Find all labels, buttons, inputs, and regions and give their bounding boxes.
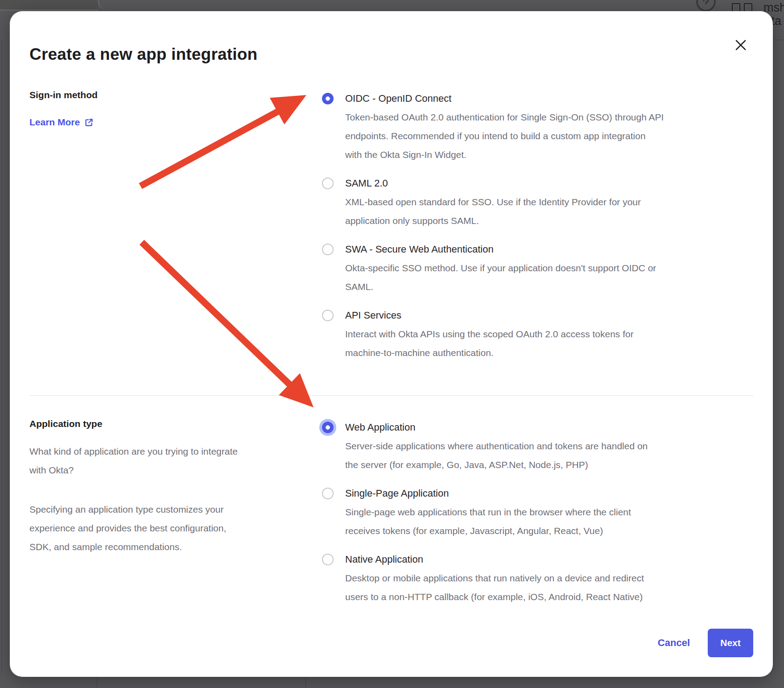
option-saml[interactable]: SAML 2.0 XML-based open standard for SSO… bbox=[322, 174, 753, 230]
option-api-services[interactable]: API Services Interact with Okta APIs usi… bbox=[322, 306, 753, 362]
learn-more-label: Learn More bbox=[29, 117, 80, 128]
option-single-page-application-desc: Single-page web applications that run in… bbox=[345, 503, 631, 522]
option-native-application-desc: Desktop or mobile applications that run … bbox=[345, 569, 644, 588]
radio-native-application[interactable] bbox=[322, 554, 334, 565]
dialog-footer: Cancel Next bbox=[658, 629, 753, 657]
option-oidc-label: OIDC - OpenID Connect bbox=[345, 89, 664, 108]
apps-grid-icon bbox=[732, 3, 752, 12]
option-swa[interactable]: SWA - Secure Web Authentication Okta-spe… bbox=[322, 240, 753, 296]
detail-line: SDK, and sample recommendations. bbox=[29, 542, 182, 552]
option-web-application-desc: Server-side applications where authentic… bbox=[345, 437, 648, 456]
option-swa-label: SWA - Secure Web Authentication bbox=[345, 240, 656, 259]
detail-line: Specifying an application type customize… bbox=[29, 504, 223, 514]
radio-swa[interactable] bbox=[322, 244, 334, 255]
signin-options-group: OIDC - OpenID Connect Token-based OAuth … bbox=[322, 89, 753, 362]
option-native-application-label: Native Application bbox=[345, 550, 644, 569]
option-saml-label: SAML 2.0 bbox=[345, 174, 641, 193]
intro-line: What kind of application are you trying … bbox=[29, 446, 238, 456]
option-oidc-desc: with the Okta Sign-In Widget. bbox=[345, 145, 664, 164]
radio-api-services[interactable] bbox=[322, 310, 334, 321]
option-single-page-application-desc: receives tokens (for example, Javascript… bbox=[345, 522, 631, 540]
signin-method-heading: Sign-in method bbox=[29, 89, 295, 101]
option-oidc-desc: Token-based OAuth 2.0 authentication for… bbox=[345, 108, 664, 127]
section-divider bbox=[29, 395, 753, 396]
cancel-button[interactable]: Cancel bbox=[658, 637, 690, 649]
page-title: Create a new app integration bbox=[29, 11, 753, 65]
background-top-band bbox=[0, 0, 98, 10]
learn-more-link[interactable]: Learn More bbox=[29, 117, 94, 128]
option-swa-desc: SAML. bbox=[345, 278, 656, 296]
option-saml-desc: XML-based open standard for SSO. Use if … bbox=[345, 193, 641, 211]
option-single-page-application-label: Single-Page Application bbox=[345, 484, 631, 503]
application-type-intro: What kind of application are you trying … bbox=[29, 442, 295, 480]
external-link-icon bbox=[84, 118, 94, 127]
application-type-detail: Specifying an application type customize… bbox=[29, 500, 295, 556]
radio-saml[interactable] bbox=[322, 178, 334, 189]
option-web-application-label: Web Application bbox=[345, 418, 648, 437]
page-background: { "background": { "top_right_text_top": … bbox=[0, 0, 784, 688]
option-api-services-desc: Interact with Okta APIs using the scoped… bbox=[345, 325, 634, 344]
option-api-services-label: API Services bbox=[345, 306, 634, 325]
option-single-page-application[interactable]: Single-Page Application Single-page web … bbox=[322, 484, 753, 540]
detail-line: experience and provides the best configu… bbox=[29, 523, 226, 533]
option-saml-desc: application only supports SAML. bbox=[345, 211, 641, 230]
application-type-options-group: Web Application Server-side applications… bbox=[322, 418, 753, 606]
option-oidc[interactable]: OIDC - OpenID Connect Token-based OAuth … bbox=[322, 89, 753, 164]
option-native-application[interactable]: Native Application Desktop or mobile app… bbox=[322, 550, 753, 606]
background-panel-divider-1 bbox=[97, 677, 97, 688]
background-panel-corner bbox=[98, 0, 109, 10]
option-web-application[interactable]: Web Application Server-side applications… bbox=[322, 418, 753, 474]
option-api-services-desc: machine-to-machine authentication. bbox=[345, 344, 634, 362]
option-web-application-desc: the server (for example, Go, Java, ASP.N… bbox=[345, 456, 648, 474]
radio-single-page-application[interactable] bbox=[322, 488, 334, 499]
radio-web-application-selected[interactable] bbox=[322, 422, 334, 433]
application-type-heading: Application type bbox=[29, 418, 295, 430]
help-icon bbox=[694, 0, 718, 12]
apps-grid-square bbox=[744, 3, 752, 12]
apps-grid-square bbox=[732, 3, 740, 12]
background-header-edge bbox=[773, 40, 784, 40]
background-panel-edge bbox=[0, 10, 98, 10]
option-native-application-desc: users to a non-HTTP callback (for exampl… bbox=[345, 588, 644, 606]
application-type-section: Application type What kind of applicatio… bbox=[29, 418, 753, 606]
next-button[interactable]: Next bbox=[708, 629, 753, 657]
create-app-integration-dialog: Create a new app integration Sign-in met… bbox=[10, 11, 773, 677]
intro-line: with Okta? bbox=[29, 465, 74, 475]
background-panel-left-edge bbox=[1, 40, 2, 677]
background-panel-divider-2 bbox=[305, 677, 306, 688]
option-oidc-desc: endpoints. Recommended if you intend to … bbox=[345, 127, 664, 145]
signin-method-section: Sign-in method Learn More OIDC - OpenID … bbox=[29, 89, 753, 362]
radio-oidc-selected[interactable] bbox=[322, 93, 334, 104]
option-swa-desc: Okta-specific SSO method. Use if your ap… bbox=[345, 259, 656, 278]
